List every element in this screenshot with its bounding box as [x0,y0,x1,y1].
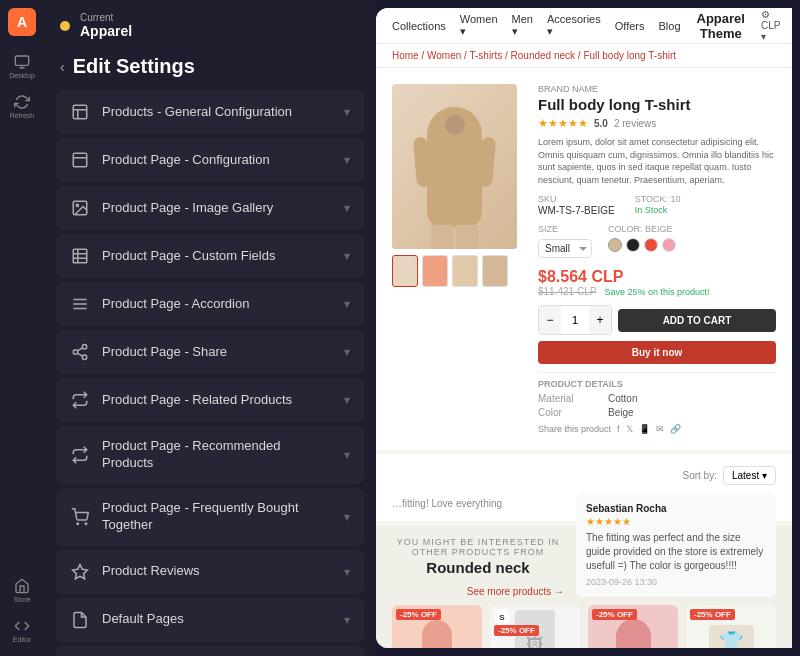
product-page-config-chevron: ▾ [344,153,350,167]
product-page-related-chevron: ▾ [344,393,350,407]
app-logo[interactable]: A [8,8,36,36]
badge-2: -25% OFF [494,625,539,636]
toolbar-editor[interactable]: Editor [4,612,40,648]
store-name: Apparel [80,23,132,39]
material-label: Material [538,393,588,404]
price-row: $8.564 CLP $11.421 CLP Save 25% on this … [538,268,776,297]
product-page-config-label: Product Page - Configuration [102,152,332,169]
share-link[interactable]: 🔗 [670,424,681,434]
qty-increase[interactable]: + [589,306,611,334]
back-button[interactable]: ‹ [60,59,65,75]
product-name: Full body long T-shirt [538,96,776,113]
product-page-related-icon [70,390,90,410]
buy-now-button[interactable]: Buy it now [538,341,776,364]
badge-3: -25% OFF [592,609,637,620]
product-images [392,84,522,434]
toolbar-desktop-label: Desktop [9,72,35,79]
menu-item-product-page-fields[interactable]: Product Page - Custom Fields ▾ [56,234,364,278]
menu-item-contact-page[interactable]: Contact Page ▾ [56,646,364,656]
edit-settings-title: Edit Settings [73,55,195,78]
product-page-recommended-chevron: ▾ [344,448,350,462]
share-whatsapp[interactable]: 📱 [639,424,650,434]
product-page-gallery-label: Product Page - Image Gallery [102,200,332,217]
sort-button[interactable]: Latest ▾ [723,466,776,485]
qty-decrease[interactable]: − [539,306,561,334]
qty-value: 1 [561,306,589,334]
menu-item-product-page-config[interactable]: Product Page - Configuration ▾ [56,138,364,182]
share-facebook[interactable]: f [617,424,620,434]
product-page-fields-chevron: ▾ [344,249,350,263]
store-actions: ⚙ CLP ▾ 🌐 EN ▾ 🔍 Search 👤 Login / Regist… [761,9,792,42]
related-product-4[interactable]: -25% OFF 👕 [686,605,776,648]
nav-men[interactable]: Men ▾ [512,13,533,38]
toolbar-refresh[interactable]: Refresh [4,88,40,124]
product-page-share-chevron: ▾ [344,345,350,359]
nav-accesories[interactable]: Accesories ▾ [547,13,601,38]
product-page-fields-label: Product Page - Custom Fields [102,248,332,265]
currency-selector[interactable]: ⚙ CLP ▾ [761,9,780,42]
product-page-recommended-icon [70,445,90,465]
swatch-pink[interactable] [662,238,676,252]
menu-item-products-general[interactable]: Products - General Configuration ▾ [56,90,364,134]
product-area: Brand Name Full body long T-shirt ★★★★★ … [376,68,792,450]
menu-item-product-page-accordion[interactable]: Product Page - Accordion ▾ [56,282,364,326]
menu-item-product-page-bought[interactable]: Product Page - Frequently Bought Togethe… [56,488,364,546]
store-status-dot [60,21,70,31]
menu-item-product-page-related[interactable]: Product Page - Related Products ▾ [56,378,364,422]
share-email[interactable]: ✉ [656,424,664,434]
quantity-control[interactable]: − 1 + [538,305,612,335]
menu-item-product-page-gallery[interactable]: Product Page - Image Gallery ▾ [56,186,364,230]
reviewer-name: Sebastian Rocha [586,503,766,514]
breadcrumb-current: Full body long T-shirt [583,50,676,61]
swatch-red[interactable] [644,238,658,252]
product-info: Brand Name Full body long T-shirt ★★★★★ … [538,84,776,434]
nav-collections[interactable]: Collections [392,20,446,32]
svg-marker-24 [73,564,88,578]
svg-point-9 [76,204,78,206]
add-to-cart-button[interactable]: ADD TO CART [618,309,776,332]
thumb-2[interactable] [422,255,448,287]
svg-point-23 [85,523,87,525]
badge-1: -25% OFF [396,609,441,620]
size-select[interactable]: Small [538,239,592,258]
nav-offers[interactable]: Offers [615,20,645,32]
product-page-share-label: Product Page - Share [102,344,332,361]
rating-stars: ★★★★★ [538,117,588,130]
see-more-link[interactable]: See more products → [467,586,564,597]
review-date: 2023-09-26 13:30 [586,577,766,587]
nav-blog[interactable]: Blog [658,20,680,32]
material-value: Cotton [608,393,637,404]
menu-item-product-page-recommended[interactable]: Product Page - Recommended Products ▾ [56,426,364,484]
default-pages-chevron: ▾ [344,613,350,627]
original-price: $11.421 CLP [538,286,596,297]
svg-point-22 [77,523,79,525]
product-reviews-label: Product Reviews [102,563,332,580]
thumb-3[interactable] [452,255,478,287]
sku-value: WM-TS-7-BEIGE [538,205,615,216]
related-product-3[interactable]: -25% OFF [588,605,678,648]
options-row: SIZE Small COLOR: Beige [538,224,776,258]
toolbar-store-label: Store [14,596,31,603]
store-brand: Apparel Theme [697,11,745,41]
thumb-1[interactable] [392,255,418,287]
toolbar-desktop[interactable]: Desktop [4,48,40,84]
product-details-title: PRODUCT DETAILS [538,379,776,389]
nav-women[interactable]: Women ▾ [460,13,498,38]
menu-item-product-reviews[interactable]: Product Reviews ▾ [56,550,364,594]
thumb-4[interactable] [482,255,508,287]
related-product-1[interactable]: -25% OFF [392,605,482,648]
swatch-beige[interactable] [608,238,622,252]
related-product-2[interactable]: S -25% OFF 🖼 [490,605,580,648]
menu-item-product-page-share[interactable]: Product Page - Share ▾ [56,330,364,374]
menu-item-default-pages[interactable]: Default Pages ▾ [56,598,364,642]
main-content: Collections Women ▾ Men ▾ Accesories ▾ O… [376,8,792,648]
share-twitter[interactable]: 𝕏 [626,424,633,434]
products-general-label: Products - General Configuration [102,104,332,121]
product-page-gallery-chevron: ▾ [344,201,350,215]
sku-label: SKU [538,194,615,204]
svg-rect-3 [73,105,87,119]
svg-line-21 [77,348,82,351]
toolbar-store[interactable]: Store [4,572,40,608]
swatch-black[interactable] [626,238,640,252]
product-page-related-label: Product Page - Related Products [102,392,332,409]
